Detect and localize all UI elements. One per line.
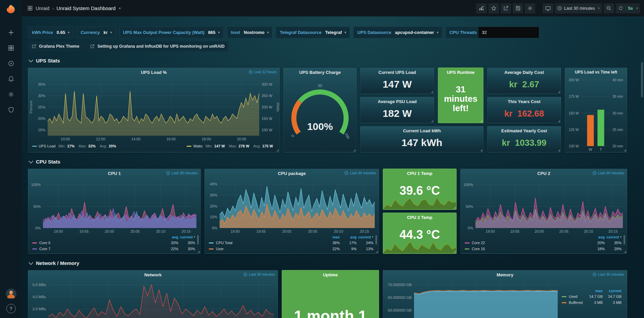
legend-col-header[interactable]: avg (162, 235, 178, 239)
legend-col-header[interactable]: max (323, 235, 340, 239)
panel-resize-handle[interactable] (480, 149, 482, 151)
variable-kwh-price[interactable]: kWh Price 0.65▾ (28, 27, 73, 38)
panel-title[interactable]: Memory (383, 270, 627, 279)
section-ups-stats[interactable]: UPS Stats (28, 55, 644, 65)
refresh-picker[interactable]: 5s ▾ (616, 3, 640, 13)
panel-resize-handle[interactable] (431, 91, 433, 93)
star-button[interactable] (489, 3, 499, 13)
panel-time-range[interactable]: Last 12 hours (249, 70, 277, 74)
section-cpu-stats[interactable]: CPU Stats (28, 156, 644, 167)
user-avatar[interactable] (6, 288, 16, 299)
alerting-bell-icon[interactable] (4, 72, 18, 86)
panel-resize-handle[interactable] (276, 149, 279, 151)
share-button[interactable] (501, 3, 511, 13)
legend-col-header[interactable]: current (603, 289, 622, 293)
panel-resize-handle[interactable] (480, 120, 482, 122)
dashboards-icon[interactable] (4, 41, 18, 55)
legend-scrollbar[interactable] (624, 235, 625, 244)
legend-row[interactable]: Core 16 18% 29% (465, 246, 622, 252)
legend-col-header[interactable]: current▾ (605, 235, 622, 239)
variable-value-dropdown[interactable]: apcupsd-container▾ (393, 30, 442, 35)
panel-time-range[interactable]: Last 30 minutes (166, 171, 198, 175)
legend-row[interactable]: User 22% 9% 13% (209, 246, 373, 252)
ups-load-chart[interactable]: 10:0012:0014:0016:0018:0020:0015%100 W20… (28, 77, 279, 142)
panel-title[interactable]: UPS Runtime (438, 68, 483, 77)
breadcrumb-folder[interactable]: Unraid (36, 6, 49, 11)
cpu-package-chart[interactable]: 19:5019:5520:0020:0520:1020:150%10%20%30… (205, 178, 379, 234)
panel-title[interactable]: This Years Cost (488, 97, 561, 106)
battery-gauge[interactable]: 050100100% (284, 77, 356, 152)
panel-title[interactable]: CPU 2 Temp (383, 213, 456, 222)
panel-title[interactable]: Current UPS Load (361, 68, 434, 77)
legend-scrollbar[interactable] (197, 235, 199, 244)
grafana-logo-icon[interactable] (5, 4, 17, 17)
server-admin-shield-icon[interactable] (4, 103, 18, 117)
legend-row[interactable]: CPU Total 38% 17% 24% (209, 240, 373, 246)
panel-resize-handle[interactable] (453, 251, 456, 253)
page-scrollbar[interactable] (641, 62, 643, 97)
panel-title[interactable]: UPS Load % (28, 68, 279, 77)
legend-col-header[interactable]: avg (340, 235, 357, 239)
panel-resize-handle[interactable] (353, 149, 356, 151)
panel-resize-handle[interactable] (197, 251, 200, 253)
panel-title[interactable]: Estimated Yearly Cost (488, 126, 561, 135)
legend-col-header[interactable]: current▾ (178, 235, 195, 239)
link-grafana-plex-theme[interactable]: Grafana Plex Theme (28, 41, 83, 51)
cpu1-chart[interactable]: 19:5019:5520:0020:0520:1020:150%50%100% (28, 178, 200, 234)
panel-resize-handle[interactable] (624, 251, 626, 253)
variable-value-dropdown[interactable]: 0.65▾ (55, 30, 73, 35)
panel-title[interactable]: Current Load kWh (361, 126, 483, 135)
variable-currency[interactable]: Currency kr▾ (77, 27, 116, 38)
memory-chart[interactable]: 19:5019:5520:0020:0520:1020:1550.000000 … (383, 279, 560, 318)
legend-series[interactable]: Watts (193, 144, 202, 148)
panel-time-range[interactable]: Last 30 minutes (593, 171, 624, 175)
panel-title[interactable]: Average PSU Load (361, 97, 434, 106)
create-icon[interactable] (4, 26, 18, 39)
configuration-gear-icon[interactable] (4, 88, 18, 101)
variable-value-dropdown[interactable]: Telegraf▾ (323, 30, 350, 35)
legend-row[interactable]: Core 6 20% 30% (32, 240, 195, 246)
cpu-threads-input[interactable] (478, 27, 539, 38)
panel-time-range[interactable]: Last 30 minutes (344, 171, 376, 175)
time-range-picker[interactable]: Last 30 minutes ▾ (555, 3, 602, 13)
cycle-view-mode-button[interactable] (543, 3, 553, 13)
legend-row[interactable]: Core 7 22% 30% (32, 246, 195, 252)
variable-ups-datasource[interactable]: UPS Datasource apcupsd-container▾ (353, 27, 442, 38)
panel-title[interactable]: UPS Load vs Time left (565, 68, 627, 77)
panel-title[interactable]: UPS Battery Charge (284, 68, 356, 77)
dashboard-title[interactable]: Unraid System Dashboard (56, 5, 116, 11)
panel-resize-handle[interactable] (376, 251, 378, 253)
variable-value-dropdown[interactable]: 865▾ (206, 30, 223, 35)
add-panel-button[interactable] (476, 3, 487, 13)
legend-col-header[interactable]: max (584, 289, 603, 293)
link-ups-monitoring-guide[interactable]: Setting up Grafana and InfluxDB for UPS … (86, 41, 228, 51)
variable-value-dropdown[interactable]: Nostromo▾ (242, 30, 272, 35)
help-icon[interactable]: ? (6, 304, 16, 313)
panel-title[interactable]: Average Daily Cost (488, 68, 561, 77)
panel-title[interactable]: Uptime (282, 270, 379, 279)
zoom-out-button[interactable] (604, 3, 614, 13)
legend-row[interactable]: Buffered 3 MB 3 MB (562, 300, 622, 306)
dashboard-settings-button[interactable] (525, 3, 535, 13)
panel-resize-handle[interactable] (453, 207, 456, 209)
save-dashboard-button[interactable] (513, 3, 523, 13)
legend-row[interactable]: Core 22 20% 35% (465, 240, 622, 246)
panel-resize-handle[interactable] (558, 149, 560, 151)
panel-resize-handle[interactable] (558, 91, 560, 93)
panel-time-range[interactable]: Last 30 minutes (243, 272, 275, 276)
cpu2-chart[interactable]: 19:5019:5520:0020:0520:1020:150%50%100% (461, 178, 627, 234)
variable-value-dropdown[interactable]: kr▾ (101, 30, 115, 35)
legend-col-header[interactable]: current▾ (357, 235, 373, 239)
breadcrumb[interactable]: Unraid › Unraid System Dashboard ▾ (27, 5, 121, 11)
bar-gauge-chart[interactable]: 100 W20 min125 W25 min150 W30 min175 W35… (565, 77, 627, 152)
legend-row[interactable]: Used 14.7 GB 14.7 GB (562, 293, 622, 300)
variable-host[interactable]: host Nostromo▾ (227, 27, 273, 38)
explore-icon[interactable] (4, 57, 18, 70)
legend-col-header[interactable]: avg (588, 235, 605, 239)
panel-title[interactable]: CPU 1 Temp (383, 169, 456, 178)
panel-time-range[interactable]: Last 30 minutes (593, 272, 624, 276)
legend-scrollbar[interactable] (375, 235, 377, 244)
variable-telegraf-datasource[interactable]: Telegraf Datasource Telegraf▾ (276, 27, 350, 38)
section-network-memory[interactable]: Network / Memory (28, 258, 644, 268)
legend-series[interactable]: UPS Load (39, 144, 55, 148)
